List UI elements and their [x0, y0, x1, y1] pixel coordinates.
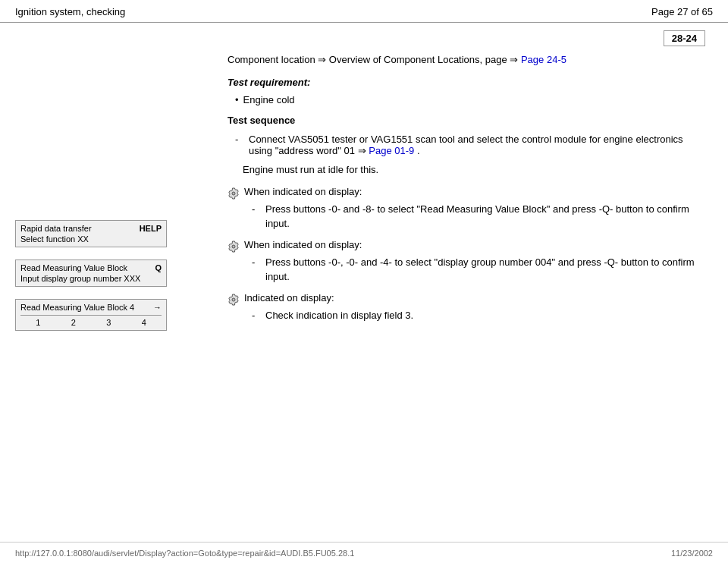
section-number-container: 28-24	[228, 30, 705, 46]
gear-section-1-content: When indicated on display: - Press butto…	[244, 186, 705, 231]
press-text-2: Press buttons -0-, -0- and -4- to select…	[265, 255, 705, 285]
box2-sub-label: Input display group number XXX	[20, 274, 162, 283]
left-column: Rapid data transfer HELP Select function…	[0, 23, 205, 538]
when-display-2: When indicated on display:	[244, 239, 705, 250]
gear-section-3: Indicated on display: - Check indication…	[228, 292, 705, 323]
when-display-1: When indicated on display:	[244, 186, 705, 197]
engine-cold-item: Engine cold	[235, 94, 705, 105]
page-01-9-link[interactable]: Page 01-9	[369, 145, 414, 156]
test-requirement-label: Test requirement:	[228, 77, 705, 88]
page-number: Page 27 of 65	[651, 6, 713, 17]
col-4: 4	[127, 318, 162, 327]
connect-instruction: - Connect VAS5051 tester or VAG1551 scan…	[228, 134, 705, 156]
page-header: Ignition system, checking Page 27 of 65	[0, 0, 728, 23]
ui-box-read-measuring: Read Measuring Value Block Q Input displ…	[15, 259, 167, 287]
connect-instruction-text: Connect VAS5051 tester or VAG1551 scan t…	[249, 134, 705, 156]
engine-note: Engine must run at idle for this.	[228, 164, 705, 175]
box2-top-label: Read Measuring Value Block	[20, 263, 127, 272]
svg-point-2	[232, 298, 235, 301]
gear-section-2: When indicated on display: - Press butto…	[228, 239, 705, 285]
dash-1: -	[235, 134, 244, 156]
footer-date: 11/23/2002	[671, 549, 713, 558]
svg-point-1	[232, 245, 235, 248]
gear-icon-3	[228, 294, 241, 308]
section-number: 28-24	[664, 30, 705, 46]
box1-sub-label: Select function XX	[20, 234, 162, 244]
dash-gs3: -	[252, 308, 261, 323]
box1-help: HELP	[140, 224, 162, 233]
footer-url[interactable]: http://127.0.0.1:8080/audi/servlet/Displ…	[15, 549, 354, 558]
box2-q: Q	[155, 263, 162, 272]
col-3: 3	[91, 318, 127, 327]
when-display-3: Indicated on display:	[244, 292, 705, 304]
component-location-link[interactable]: Page 24-5	[521, 54, 566, 65]
col-1: 1	[20, 318, 56, 327]
dash-gs2: -	[252, 255, 261, 285]
page-footer: http://127.0.0.1:8080/audi/servlet/Displ…	[0, 542, 728, 563]
test-sequence-label: Test sequence	[228, 115, 705, 126]
gear-icon-2	[228, 241, 241, 255]
press-instruction-2: - Press buttons -0-, -0- and -4- to sele…	[244, 255, 705, 285]
ui-box-rapid-data: Rapid data transfer HELP Select function…	[15, 220, 167, 247]
main-content: Rapid data transfer HELP Select function…	[0, 23, 728, 538]
instruction-period: .	[417, 145, 420, 156]
gear-icon-1	[228, 187, 241, 202]
press-instruction-3: - Check indication in display field 3.	[244, 308, 705, 323]
gear-section-1: When indicated on display: - Press butto…	[228, 186, 705, 231]
press-text-1: Press buttons -0- and -8- to select "Rea…	[265, 202, 705, 231]
box3-top-label: Read Measuring Value Block 4	[20, 303, 134, 312]
press-instruction-1: - Press buttons -0- and -8- to select "R…	[244, 202, 705, 231]
ui-box-value-block-4: Read Measuring Value Block 4 → 1 2 3 4	[15, 299, 167, 331]
component-location-prefix: Component location ⇒ Overview of Compone…	[228, 54, 518, 65]
gear-section-3-content: Indicated on display: - Check indication…	[244, 292, 705, 323]
dash-gs1: -	[252, 202, 261, 231]
box3-arrow: →	[153, 303, 162, 312]
press-text-3: Check indication in display field 3.	[265, 308, 413, 323]
test-requirement-list: Engine cold	[228, 94, 705, 105]
component-location-text: Component location ⇒ Overview of Compone…	[228, 52, 705, 68]
box3-cols: 1 2 3 4	[20, 315, 162, 327]
col-2: 2	[56, 318, 92, 327]
svg-point-0	[232, 192, 235, 195]
document-title: Ignition system, checking	[15, 6, 125, 17]
box1-top-label: Rapid data transfer	[20, 224, 92, 233]
gear-section-2-content: When indicated on display: - Press butto…	[244, 239, 705, 285]
right-column: 28-24 Component location ⇒ Overview of C…	[205, 23, 728, 538]
